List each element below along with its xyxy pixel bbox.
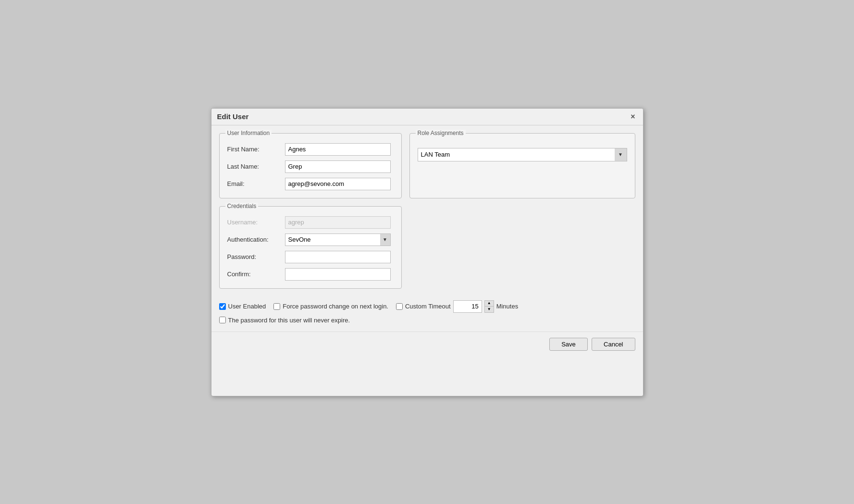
never-expire-text: The password for this user will never ex…: [228, 317, 350, 324]
username-input: [285, 216, 391, 229]
timeout-increment-button[interactable]: ▲: [485, 301, 494, 307]
password-input[interactable]: [285, 251, 391, 263]
user-info-legend: User Information: [225, 130, 272, 136]
last-name-row: Last Name:: [227, 160, 394, 173]
timeout-decrement-button[interactable]: ▼: [485, 307, 494, 312]
minutes-label: Minutes: [496, 303, 519, 310]
confirm-label: Confirm:: [227, 270, 285, 278]
user-enabled-checkbox-label[interactable]: User Enabled: [219, 303, 266, 310]
auth-select[interactable]: SevOne LDAP RADIUS: [285, 234, 391, 246]
force-password-checkbox-label[interactable]: Force password change on next login.: [273, 303, 388, 310]
role-assignments-legend: Role Assignments: [416, 130, 466, 136]
force-password-checkbox[interactable]: [273, 303, 280, 310]
auth-select-wrapper: SevOne LDAP RADIUS ▼: [285, 234, 391, 246]
save-button[interactable]: Save: [549, 338, 588, 351]
options-row-2: The password for this user will never ex…: [219, 317, 635, 324]
force-password-text: Force password change on next login.: [283, 303, 388, 310]
custom-timeout-checkbox[interactable]: [396, 303, 403, 310]
role-select-wrapper: LAN Team Admin Read Only ▼: [418, 148, 627, 161]
top-row: User Information First Name: Last Name: …: [219, 133, 635, 198]
last-name-input[interactable]: [285, 160, 391, 173]
user-information-section: User Information First Name: Last Name: …: [219, 133, 402, 198]
never-expire-checkbox[interactable]: [219, 317, 226, 323]
custom-timeout-checkbox-label[interactable]: Custom Timeout: [396, 303, 451, 310]
auth-row: Authentication: SevOne LDAP RADIUS ▼: [227, 234, 394, 246]
dialog-title-bar: Edit User ×: [211, 109, 643, 125]
dialog-title: Edit User: [217, 112, 249, 121]
never-expire-checkbox-label[interactable]: The password for this user will never ex…: [219, 317, 350, 324]
confirm-row: Confirm:: [227, 268, 394, 281]
email-row: Email:: [227, 178, 394, 190]
last-name-label: Last Name:: [227, 163, 285, 170]
cancel-button[interactable]: Cancel: [592, 338, 635, 351]
username-row: Username:: [227, 216, 394, 229]
timeout-group: Custom Timeout ▲ ▼ Minutes: [396, 300, 518, 313]
user-enabled-checkbox[interactable]: [219, 303, 226, 310]
user-enabled-text: User Enabled: [228, 303, 266, 310]
edit-user-dialog: Edit User × User Information First Name:…: [211, 108, 644, 396]
password-row: Password:: [227, 251, 394, 263]
timeout-spinner: ▲ ▼: [484, 300, 494, 313]
dialog-body: User Information First Name: Last Name: …: [211, 125, 643, 332]
timeout-value-input[interactable]: [453, 300, 482, 313]
dialog-footer: Save Cancel: [211, 332, 643, 356]
credentials-section: Credentials Username: Authentication: Se…: [219, 206, 402, 289]
credentials-legend: Credentials: [225, 203, 259, 209]
email-input[interactable]: [285, 178, 391, 190]
auth-label: Authentication:: [227, 236, 285, 243]
first-name-label: First Name:: [227, 146, 285, 153]
close-button[interactable]: ×: [629, 112, 637, 121]
confirm-input[interactable]: [285, 268, 391, 281]
role-select[interactable]: LAN Team Admin Read Only: [418, 148, 627, 161]
role-assignments-section: Role Assignments LAN Team Admin Read Onl…: [409, 133, 635, 198]
email-label: Email:: [227, 180, 285, 187]
first-name-input[interactable]: [285, 143, 391, 156]
bottom-options: User Enabled Force password change on ne…: [219, 296, 635, 324]
options-row-1: User Enabled Force password change on ne…: [219, 300, 635, 313]
first-name-row: First Name:: [227, 143, 394, 156]
custom-timeout-text: Custom Timeout: [405, 303, 451, 310]
password-label: Password:: [227, 253, 285, 260]
username-label: Username:: [227, 219, 285, 226]
